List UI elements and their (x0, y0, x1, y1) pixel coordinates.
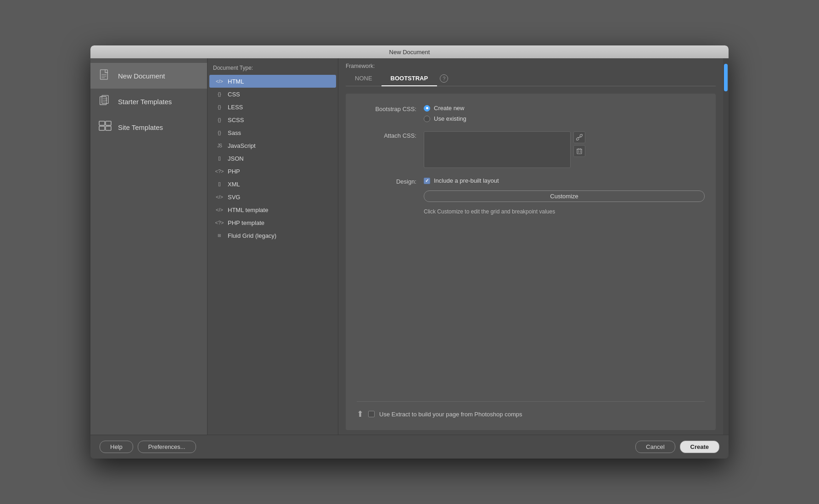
json-label: JSON (228, 155, 244, 162)
create-button[interactable]: Create (680, 441, 719, 453)
doc-type-fluid-grid[interactable]: ⊞ Fluid Grid (legacy) (209, 229, 336, 242)
doc-type-sass[interactable]: {} Sass (209, 126, 336, 139)
create-new-radio[interactable] (424, 105, 430, 112)
customize-button[interactable]: Customize (424, 190, 705, 202)
svg-rect-11 (99, 126, 105, 130)
doc-type-php[interactable]: <?> PHP (209, 165, 336, 178)
framework-help-icon[interactable]: ? (440, 74, 448, 83)
php-template-label: PHP template (228, 219, 264, 226)
bootstrap-css-options: Create new Use existing (424, 105, 705, 122)
link-css-button[interactable] (573, 131, 585, 143)
sidebar-site-templates-label: Site Templates (118, 123, 163, 131)
framework-panel: Framework: NONE BOOTSTRAP ? Bootstrap CS… (338, 58, 723, 435)
cancel-button[interactable]: Cancel (635, 441, 675, 453)
doc-type-css[interactable]: {} CSS (209, 88, 336, 101)
footer-right-buttons: Cancel Create (635, 441, 719, 453)
doc-type-json[interactable]: [] JSON (209, 152, 336, 165)
bootstrap-css-label: Bootstrap CSS: (357, 105, 416, 112)
dialog-title: New Document (389, 49, 430, 56)
scrollbar[interactable] (723, 58, 729, 435)
html-label: HTML (228, 78, 244, 85)
framework-content: Bootstrap CSS: Create new Use existing (346, 94, 716, 430)
tab-bootstrap[interactable]: BOOTSTRAP (381, 72, 438, 86)
include-layout-option[interactable]: Include a pre-built layout (424, 177, 705, 184)
framework-label: Framework: (346, 63, 716, 69)
svg-rect-12 (106, 126, 111, 130)
use-existing-radio[interactable] (424, 116, 430, 122)
php-icon: <?> (215, 167, 224, 175)
site-templates-icon (98, 120, 112, 134)
help-button[interactable]: Help (100, 441, 133, 453)
doc-type-xml[interactable]: [] XML (209, 178, 336, 190)
trash-icon (577, 148, 582, 154)
sass-label: Sass (228, 129, 241, 136)
doc-type-javascript[interactable]: JS JavaScript (209, 139, 336, 152)
doc-type-php-template[interactable]: <?> PHP template (209, 216, 336, 229)
design-controls: Include a pre-built layout Customize Cli… (424, 177, 705, 215)
dialog-body: New Document Starter Templates (90, 58, 729, 435)
css-icon: {} (215, 90, 224, 98)
xml-icon: [] (215, 180, 224, 188)
less-label: LESS (228, 104, 243, 111)
new-doc-icon (98, 68, 112, 83)
html-template-icon: </> (215, 206, 224, 214)
content-spacer (357, 224, 705, 392)
sass-icon: {} (215, 129, 224, 137)
css-label: CSS (228, 91, 240, 98)
extract-label: Use Extract to build your page from Phot… (379, 411, 522, 418)
link-icon (576, 134, 583, 140)
html-icon: </> (215, 77, 224, 85)
doc-type-html[interactable]: </> HTML (209, 75, 336, 88)
fluid-grid-label: Fluid Grid (legacy) (228, 232, 276, 239)
sidebar-item-starter-templates[interactable]: Starter Templates (90, 89, 207, 114)
footer-left-buttons: Help Preferences... (100, 441, 196, 453)
javascript-label: JavaScript (228, 142, 256, 149)
less-icon: {} (215, 103, 224, 111)
extract-checkbox[interactable] (368, 411, 375, 417)
dialog-footer: Help Preferences... Cancel Create (90, 435, 729, 459)
svg-rect-14 (577, 149, 582, 154)
scss-label: SCSS (228, 117, 244, 123)
sidebar: New Document Starter Templates (90, 58, 208, 435)
design-label: Design: (357, 177, 416, 185)
include-layout-label: Include a pre-built layout (434, 177, 499, 184)
attach-css-row: Attach CSS: (357, 131, 705, 168)
create-new-label: Create new (434, 105, 464, 112)
attach-css-label: Attach CSS: (357, 131, 416, 139)
doc-type-less[interactable]: {} LESS (209, 101, 336, 113)
delete-css-button[interactable] (573, 145, 585, 157)
design-row: Design: Include a pre-built layout Custo… (357, 177, 705, 215)
sidebar-item-site-templates[interactable]: Site Templates (90, 114, 207, 140)
scroll-thumb[interactable] (724, 64, 728, 91)
svg-label: SVG (228, 194, 240, 201)
doc-type-svg[interactable]: </> SVG (209, 190, 336, 203)
preferences-button[interactable]: Preferences... (138, 441, 196, 453)
tab-none[interactable]: NONE (346, 72, 381, 86)
doc-type-scss[interactable]: {} SCSS (209, 113, 336, 126)
doc-type-panel: Document Type: </> HTML {} CSS {} LESS (208, 58, 338, 435)
use-existing-option[interactable]: Use existing (424, 115, 705, 122)
attach-css-controls (424, 131, 705, 168)
svg-rect-10 (106, 121, 111, 125)
css-action-buttons (573, 131, 585, 157)
svg-rect-9 (99, 121, 105, 125)
svg-line-13 (578, 136, 580, 138)
sidebar-starter-templates-label: Starter Templates (118, 98, 172, 106)
doc-type-list: </> HTML {} CSS {} LESS {} SCSS (208, 75, 338, 242)
include-layout-checkbox[interactable] (424, 178, 430, 184)
json-icon: [] (215, 154, 224, 162)
bootstrap-css-row: Bootstrap CSS: Create new Use existing (357, 105, 705, 122)
title-bar: New Document (90, 45, 729, 58)
doc-type-html-template[interactable]: </> HTML template (209, 203, 336, 216)
xml-label: XML (228, 181, 240, 188)
customize-hint: Click Customize to edit the grid and bre… (424, 208, 705, 215)
create-new-option[interactable]: Create new (424, 105, 705, 112)
framework-tabs: NONE BOOTSTRAP ? (346, 72, 716, 86)
doc-type-label: Document Type: (208, 62, 338, 75)
php-label: PHP (228, 168, 240, 175)
fluid-grid-icon: ⊞ (215, 231, 224, 240)
new-document-dialog: New Document New Document (90, 45, 729, 459)
css-textarea[interactable] (424, 131, 571, 168)
sidebar-item-new-document[interactable]: New Document (90, 63, 207, 89)
attach-css-area (424, 131, 705, 168)
